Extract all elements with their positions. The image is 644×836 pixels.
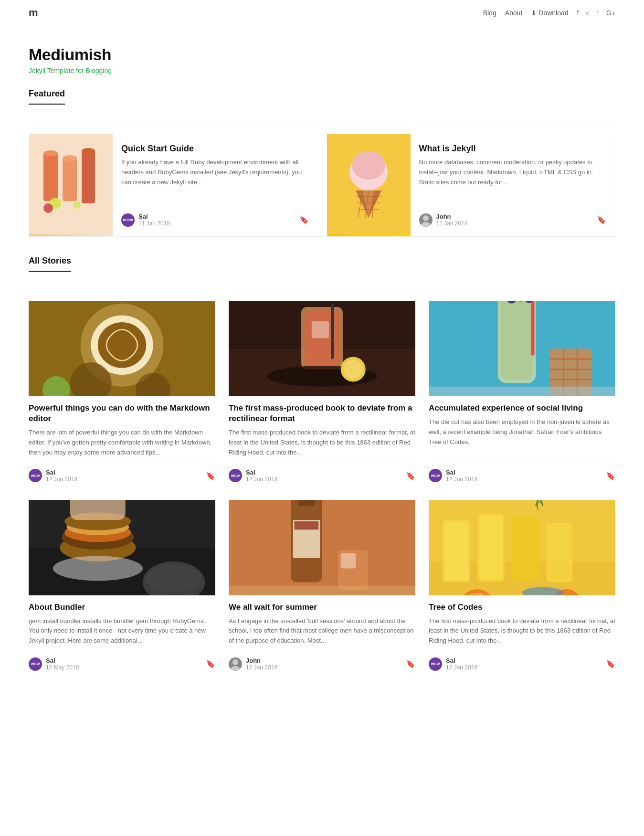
svg-rect-75 <box>229 585 415 595</box>
story-card-5: Tree of Codes The first mass-produced bo… <box>429 500 615 675</box>
story-body-5: Tree of Codes The first mass-produced bo… <box>429 595 615 675</box>
story-author-5: Sal <box>446 657 477 664</box>
svg-point-77 <box>231 666 240 671</box>
story-date-0: 12 Jun 2018 <box>46 476 77 483</box>
story-card-3: About Bundler gem install bundler instal… <box>29 500 215 675</box>
svg-rect-74 <box>341 553 356 568</box>
featured-post-title-2[interactable]: What is Jekyll <box>419 144 607 154</box>
featured-section: Featured <box>0 79 644 246</box>
story-title-5[interactable]: Tree of Codes <box>429 602 615 613</box>
story-body-2: Accumulated experience of social living … <box>429 396 615 487</box>
story-card-4: We all wait for summer As I engage in th… <box>229 500 415 675</box>
svg-rect-68 <box>298 500 315 506</box>
story-card-0: Powerful things you can do with the Mark… <box>29 301 215 487</box>
story-bookmark-3[interactable]: 🔖 <box>206 659 215 668</box>
featured-body-1: Quick Start Guide If you already have a … <box>113 134 317 236</box>
story-title-4[interactable]: We all wait for summer <box>229 602 415 613</box>
story-excerpt-5: The first mass-produced book to deviate … <box>429 616 615 646</box>
avatar-sal-1: WOW <box>121 213 135 227</box>
story-card-2: Accumulated experience of social living … <box>429 301 615 487</box>
story-date-4: 12 Jan 2018 <box>246 664 277 671</box>
svg-point-65 <box>146 565 201 593</box>
featured-body-2: What is Jekyll No more databases, commen… <box>411 134 615 236</box>
story-title-2[interactable]: Accumulated experience of social living <box>429 403 615 413</box>
bookmark-icon-2[interactable]: 🔖 <box>597 215 606 224</box>
featured-title: Featured <box>29 89 65 105</box>
story-img-2 <box>429 301 615 396</box>
story-author-row-3: WOW Sal 12 May 2018 <box>29 657 79 671</box>
story-footer-1: WOW Sal 12 Jun 2018 🔖 <box>229 464 415 483</box>
story-author-4: John <box>246 657 277 664</box>
svg-rect-84 <box>512 516 539 582</box>
story-bookmark-1[interactable]: 🔖 <box>406 471 415 480</box>
drinks-svg <box>29 134 113 234</box>
svg-point-9 <box>73 201 81 209</box>
story-author-row-1: WOW Sal 12 Jun 2018 <box>229 469 277 483</box>
story-avatar-4 <box>229 657 242 671</box>
nav-blog[interactable]: Blog <box>483 9 496 17</box>
bookmark-icon-1[interactable]: 🔖 <box>299 215 309 224</box>
nav-download[interactable]: ⬇ Download <box>531 9 568 17</box>
story-img-1 <box>229 301 415 396</box>
author-name-1: Sal <box>138 213 170 220</box>
author-row-2: John 11 Jan 2018 <box>419 213 468 227</box>
svg-point-22 <box>423 215 429 221</box>
story-avatar-3: WOW <box>29 657 42 671</box>
story-bookmark-5[interactable]: 🔖 <box>606 659 615 668</box>
navbar: m Blog About ⬇ Download f ○ 𝕥 G+ <box>0 0 644 26</box>
nav-about[interactable]: About <box>505 9 523 17</box>
story-footer-0: WOW Sal 12 Jun 2018 🔖 <box>29 464 215 483</box>
featured-grid: Quick Start Guide If you already have a … <box>29 134 615 237</box>
svg-point-6 <box>82 148 95 154</box>
svg-rect-36 <box>331 304 334 359</box>
story-title-1[interactable]: The first mass-produced book to deviate … <box>229 403 415 424</box>
featured-footer-1: WOW Sal 11 Jan 2018 🔖 <box>121 213 309 227</box>
github-icon[interactable]: ○ <box>585 9 589 17</box>
story-body-3: About Bundler gem install bundler instal… <box>29 595 215 675</box>
story-bookmark-2[interactable]: 🔖 <box>606 471 615 480</box>
author-row-1: WOW Sal 11 Jan 2018 <box>121 213 170 227</box>
svg-point-5 <box>63 155 77 161</box>
story-excerpt-3: gem install bundler installs the bundler… <box>29 616 215 646</box>
story-excerpt-1: The first mass-produced book to deviate … <box>229 428 415 457</box>
googleplus-icon[interactable]: G+ <box>606 9 615 17</box>
navbar-brand[interactable]: m <box>29 7 38 19</box>
post-date-1: 11 Jan 2018 <box>138 220 170 227</box>
svg-rect-2 <box>63 158 77 201</box>
nav-social-icons: f ○ 𝕥 G+ <box>577 9 615 17</box>
stories-divider <box>29 291 615 291</box>
all-stories-section: All Stories Powerful th <box>0 246 644 684</box>
story-author-row-2: WOW Sal 12 Jun 2018 <box>429 469 477 483</box>
featured-card-2: What is Jekyll No more databases, commen… <box>327 134 615 236</box>
site-subtitle: Jekyll Template for Blogging <box>29 67 615 74</box>
site-title: Mediumish <box>29 45 615 64</box>
svg-point-12 <box>352 151 385 180</box>
featured-footer-2: John 11 Jan 2018 🔖 <box>419 213 607 227</box>
svg-rect-43 <box>501 301 533 380</box>
story-img-0 <box>29 301 215 396</box>
hero: Mediumish Jekyll Template for Blogging <box>0 26 644 79</box>
post-date-2: 11 Jan 2018 <box>436 220 468 227</box>
story-date-3: 12 May 2018 <box>46 664 79 671</box>
story-author-2: Sal <box>446 469 477 476</box>
story-author-row-0: WOW Sal 12 Jun 2018 <box>29 469 77 483</box>
svg-rect-1 <box>43 153 58 201</box>
svg-point-23 <box>421 222 431 227</box>
avatar-john-1 <box>419 213 433 227</box>
featured-post-title-1[interactable]: Quick Start Guide <box>121 144 309 154</box>
featured-excerpt-1: If you already have a full Ruby developm… <box>121 158 309 187</box>
svg-rect-3 <box>82 151 95 203</box>
facebook-icon[interactable]: f <box>577 9 579 17</box>
story-title-0[interactable]: Powerful things you can do with the Mark… <box>29 403 215 424</box>
story-date-2: 12 Jun 2018 <box>446 476 477 483</box>
twitter-icon[interactable]: 𝕥 <box>596 9 600 17</box>
all-stories-title: All Stories <box>29 256 71 272</box>
story-bookmark-0[interactable]: 🔖 <box>206 471 215 480</box>
svg-point-8 <box>43 203 53 213</box>
story-title-3[interactable]: About Bundler <box>29 602 215 613</box>
featured-img-1 <box>29 134 113 236</box>
icecream-svg <box>327 134 411 234</box>
story-bookmark-4[interactable]: 🔖 <box>406 659 415 668</box>
svg-rect-44 <box>531 301 534 355</box>
svg-rect-35 <box>312 321 329 338</box>
